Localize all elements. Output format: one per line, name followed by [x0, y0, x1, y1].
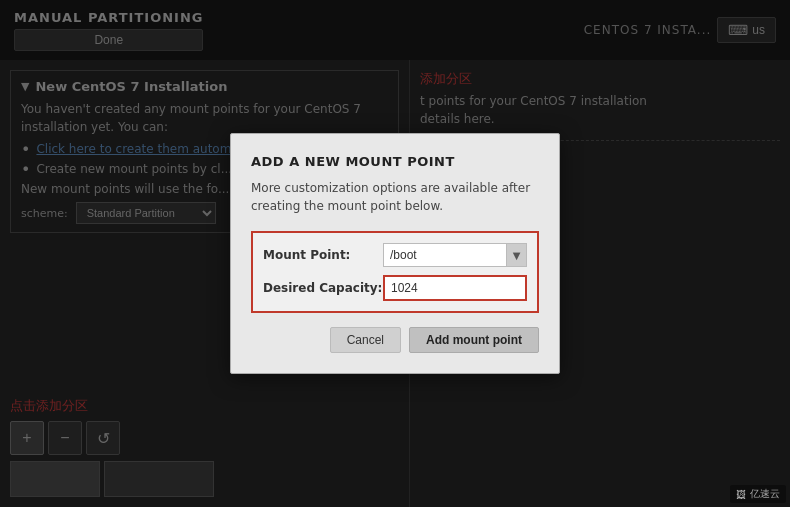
- mount-point-label: Mount Point:: [263, 248, 383, 262]
- dialog-description: More customization options are available…: [251, 179, 539, 215]
- watermark-icon: 🖼: [736, 489, 746, 500]
- capacity-row: Desired Capacity:: [263, 275, 527, 301]
- chevron-down-icon: ▼: [513, 250, 521, 261]
- cancel-button[interactable]: Cancel: [330, 327, 401, 353]
- modal-overlay: ADD A NEW MOUNT POINT More customization…: [0, 0, 790, 507]
- dialog-buttons: Cancel Add mount point: [251, 327, 539, 353]
- capacity-label: Desired Capacity:: [263, 281, 383, 295]
- watermark: 🖼 亿速云: [730, 485, 786, 503]
- dialog: ADD A NEW MOUNT POINT More customization…: [230, 133, 560, 374]
- watermark-text: 亿速云: [750, 487, 780, 501]
- dialog-form: Mount Point: ▼ Desired Capacity:: [251, 231, 539, 313]
- mount-point-input-wrapper: ▼: [383, 243, 527, 267]
- capacity-input-wrapper: [383, 275, 527, 301]
- add-mount-point-button[interactable]: Add mount point: [409, 327, 539, 353]
- mount-point-row: Mount Point: ▼: [263, 243, 527, 267]
- mount-point-dropdown-arrow[interactable]: ▼: [506, 244, 526, 266]
- dialog-title: ADD A NEW MOUNT POINT: [251, 154, 539, 169]
- capacity-input[interactable]: [383, 275, 527, 301]
